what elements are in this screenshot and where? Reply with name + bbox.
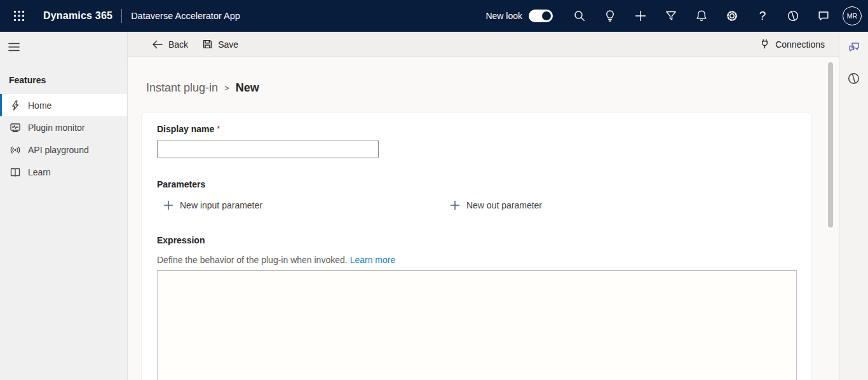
help-icon[interactable]: ?	[750, 3, 775, 29]
top-navigation-bar: Dynamics 365 Dataverse Accelerator App N…	[0, 0, 868, 32]
save-button[interactable]: Save	[202, 39, 238, 50]
breadcrumb-separator-icon: >	[224, 83, 229, 93]
expression-description: Define the behavior of the plug-in when …	[157, 255, 348, 265]
page-scrollbar[interactable]	[828, 62, 833, 227]
sidebar-item-api-playground[interactable]: API playground	[0, 139, 127, 161]
hamburger-menu-icon[interactable]	[0, 34, 28, 60]
plus-icon	[450, 200, 460, 210]
breadcrumb: Instant plug-in > New	[146, 81, 839, 95]
main-content: Instant plug-in > New Display name* Para…	[128, 57, 839, 380]
sidebar-item-label: Plugin monitor	[28, 123, 85, 133]
toggle-knob	[542, 11, 551, 20]
bell-icon[interactable]	[689, 3, 714, 29]
flash-icon	[9, 99, 22, 112]
plus-icon	[163, 200, 173, 210]
right-rail	[839, 32, 868, 380]
sidebar-item-label: Home	[28, 100, 51, 111]
search-icon[interactable]	[567, 3, 592, 29]
feedback-chat-icon[interactable]	[811, 3, 836, 29]
page-title: New	[236, 81, 259, 95]
back-arrow-icon	[152, 39, 163, 50]
parameters-label: Parameters	[157, 179, 796, 189]
lightbulb-icon[interactable]	[597, 3, 623, 29]
app-name[interactable]: Dataverse Accelerator App	[131, 11, 240, 21]
monitor-pulse-icon	[9, 121, 22, 134]
save-icon	[202, 39, 213, 50]
topbar-divider	[121, 9, 122, 23]
filter-icon[interactable]	[658, 3, 684, 29]
connections-button[interactable]: Connections	[759, 39, 825, 50]
breadcrumb-parent[interactable]: Instant plug-in	[146, 81, 218, 95]
sidebar: Features Home Plugin monitor API playgro…	[0, 32, 128, 380]
back-button[interactable]: Back	[152, 39, 188, 50]
required-asterisk: *	[217, 124, 220, 133]
avatar[interactable]: MR	[843, 6, 862, 25]
new-input-parameter-button[interactable]: New input parameter	[163, 200, 262, 210]
sidebar-item-label: API playground	[28, 145, 89, 155]
expression-code-editor[interactable]	[157, 270, 797, 380]
add-icon[interactable]	[628, 3, 653, 29]
copilot-icon[interactable]	[780, 3, 806, 29]
expression-label: Expression	[157, 235, 796, 245]
sidebar-item-learn[interactable]: Learn	[0, 161, 127, 183]
book-icon	[9, 166, 22, 179]
new-look-label: New look	[485, 11, 522, 21]
sidebar-item-plugin-monitor[interactable]: Plugin monitor	[0, 116, 127, 139]
display-name-label: Display name	[157, 124, 214, 134]
new-look-toggle[interactable]	[529, 10, 553, 22]
plug-icon	[759, 39, 770, 50]
chat-bubbles-icon[interactable]	[847, 41, 861, 55]
plugin-form-card: Display name* Parameters New input param…	[141, 112, 812, 380]
sidebar-section-label: Features	[0, 60, 127, 94]
learn-more-link[interactable]: Learn more	[350, 255, 396, 265]
live-signal-icon	[9, 144, 22, 156]
sidebar-item-label: Learn	[28, 167, 51, 177]
new-out-parameter-button[interactable]: New out parameter	[450, 200, 542, 210]
sidebar-item-home[interactable]: Home	[0, 94, 127, 116]
brand-title[interactable]: Dynamics 365	[43, 10, 112, 22]
settings-gear-icon[interactable]	[719, 3, 745, 29]
copilot-icon[interactable]	[847, 71, 861, 85]
app-launcher-waffle-icon[interactable]	[9, 6, 29, 26]
command-bar: Back Save Connections	[128, 32, 839, 57]
display-name-input[interactable]	[157, 140, 379, 158]
